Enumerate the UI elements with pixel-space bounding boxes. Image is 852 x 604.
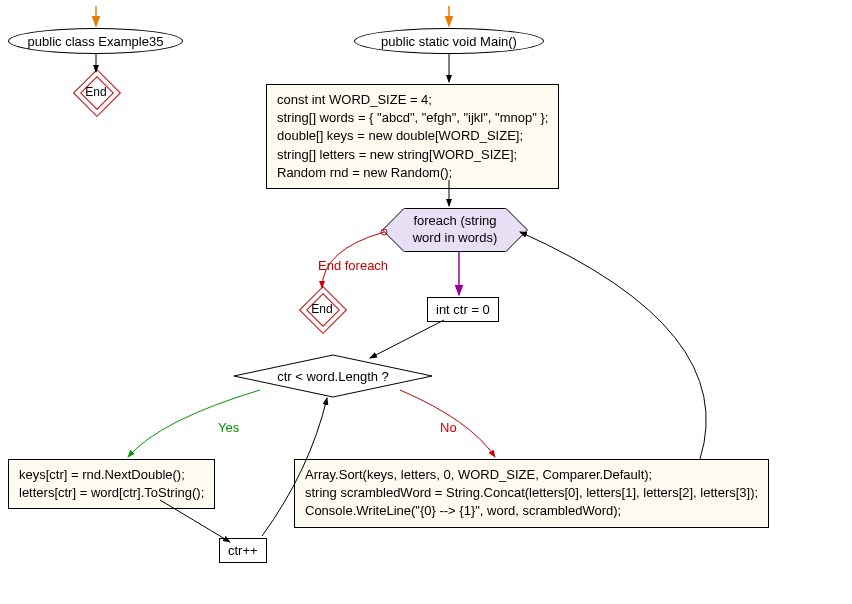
ctr-init-box: int ctr = 0: [427, 297, 499, 322]
main-ellipse: public static void Main(): [354, 28, 544, 54]
class-ellipse: public class Example35: [8, 28, 183, 54]
end-node-foreach: End: [306, 293, 338, 325]
foreach-hexagon: foreach (string word in words): [404, 208, 506, 252]
end-node-class: End: [80, 76, 112, 108]
end-label-2: End: [306, 293, 338, 325]
main-label: public static void Main(): [381, 34, 517, 49]
end-label-1: End: [80, 76, 112, 108]
yes-label: Yes: [218, 420, 239, 435]
no-label: No: [440, 420, 457, 435]
init-box: const int WORD_SIZE = 4; string[] words …: [266, 84, 559, 189]
foreach-label: foreach (string word in words): [413, 213, 498, 247]
no-action-box: Array.Sort(keys, letters, 0, WORD_SIZE, …: [294, 459, 769, 528]
decision-label: ctr < word.Length ?: [277, 369, 389, 384]
increment-box: ctr++: [219, 538, 267, 563]
yes-action-box: keys[ctr] = rnd.NextDouble(); letters[ct…: [8, 459, 215, 509]
end-foreach-label: End foreach: [318, 258, 388, 273]
decision-diamond: ctr < word.Length ?: [233, 354, 433, 398]
class-label: public class Example35: [28, 34, 164, 49]
